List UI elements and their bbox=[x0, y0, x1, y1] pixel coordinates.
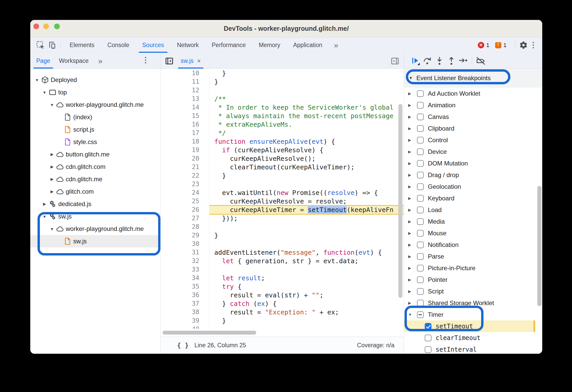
code-line-38[interactable]: 38 result = "Exception: " + ex; bbox=[160, 308, 404, 316]
checkbox-unchecked[interactable] bbox=[417, 230, 424, 237]
collapse-sidebar-icon[interactable] bbox=[164, 55, 175, 67]
chevron-right-icon[interactable]: ▶ bbox=[408, 196, 417, 201]
chevron-right-icon[interactable]: ▶ bbox=[408, 103, 417, 108]
chevron-right-icon[interactable]: ▶ bbox=[408, 243, 417, 247]
code-text[interactable]: } bbox=[214, 69, 404, 78]
code-text[interactable]: try { bbox=[214, 282, 404, 291]
breakpoint-category-shared-storage-worklet[interactable]: ▶Shared Storage Worklet bbox=[404, 297, 535, 309]
line-number[interactable]: 32 bbox=[160, 257, 199, 265]
chevron-down-icon[interactable]: ▼ bbox=[49, 103, 55, 107]
code-line-35[interactable]: 35 try { bbox=[160, 282, 404, 291]
code-text[interactable]: } bbox=[214, 316, 404, 325]
checkbox-unchecked[interactable] bbox=[417, 137, 424, 144]
code-text[interactable]: })); bbox=[214, 214, 404, 223]
code-text[interactable]: } bbox=[214, 231, 404, 240]
line-number[interactable]: 16 bbox=[160, 120, 199, 129]
line-number[interactable]: 23 bbox=[160, 180, 199, 189]
line-number[interactable]: 30 bbox=[160, 240, 199, 248]
checkbox-unchecked[interactable] bbox=[417, 114, 424, 120]
line-number[interactable]: 14 bbox=[160, 103, 199, 112]
code-line-30[interactable]: 30 bbox=[160, 240, 404, 248]
tree-item-dedicated-js[interactable]: ▶dedicated.js bbox=[30, 198, 160, 210]
code-text[interactable]: } catch (ex) { bbox=[214, 299, 404, 308]
tree-item-deployed[interactable]: ▼Deployed bbox=[30, 74, 160, 86]
code-line-34[interactable]: 34 let result; bbox=[160, 274, 404, 282]
chevron-right-icon[interactable]: ▶ bbox=[408, 173, 417, 177]
line-number[interactable]: 33 bbox=[160, 265, 199, 274]
line-number[interactable]: 34 bbox=[160, 274, 199, 282]
line-number[interactable]: 20 bbox=[160, 154, 199, 163]
checkbox-unchecked[interactable] bbox=[417, 242, 424, 248]
line-number[interactable]: 17 bbox=[160, 129, 199, 137]
step-out-icon[interactable] bbox=[445, 55, 457, 67]
breakpoint-event-settimeout[interactable]: setTimeout bbox=[404, 320, 535, 332]
chevron-down-icon[interactable]: ▼ bbox=[41, 90, 48, 95]
minimize-window-button[interactable] bbox=[43, 24, 49, 29]
line-number[interactable]: 26 bbox=[160, 206, 199, 214]
warning-badge[interactable]: ! 1 bbox=[495, 42, 507, 49]
chevron-right-icon[interactable]: ▶ bbox=[408, 184, 417, 189]
tree-item-cdn-glitch-com[interactable]: ▶cdn.glitch.com bbox=[30, 161, 160, 173]
checkbox-unchecked[interactable] bbox=[417, 300, 424, 306]
line-number[interactable]: 36 bbox=[160, 291, 199, 299]
line-number[interactable]: 29 bbox=[160, 231, 199, 240]
code-text[interactable]: curKeepAliveResolve = resolve; bbox=[214, 197, 404, 206]
breakpoint-category-script[interactable]: ▶Script bbox=[404, 285, 535, 297]
checkbox-unchecked[interactable] bbox=[425, 335, 431, 341]
code-line-24[interactable]: 24 evt.waitUntil(new Promise((resolve) =… bbox=[160, 189, 404, 197]
tree-item-worker-playground-glitch-me[interactable]: ▼worker-playground.glitch.me bbox=[30, 99, 160, 111]
error-badge[interactable]: ✕ 1 bbox=[478, 42, 489, 49]
tree-item-worker-playground-glitch-me[interactable]: ▼worker-playground.glitch.me bbox=[30, 223, 160, 235]
code-text[interactable]: * In order to keep the ServiceWorker's g… bbox=[214, 103, 404, 112]
chevron-right-icon[interactable]: ▶ bbox=[408, 289, 417, 294]
line-number[interactable]: 12 bbox=[160, 86, 199, 95]
line-number[interactable]: 35 bbox=[160, 282, 199, 291]
breakpoint-category-animation[interactable]: ▶Animation bbox=[404, 99, 535, 111]
code-line-14[interactable]: 14 * In order to keep the ServiceWorker'… bbox=[160, 103, 404, 112]
code-line-23[interactable]: 23 bbox=[160, 180, 404, 189]
code-text[interactable]: let result; bbox=[214, 274, 404, 282]
breakpoint-category-timer[interactable]: ▼Timer bbox=[404, 309, 535, 320]
line-number[interactable]: 39 bbox=[160, 316, 199, 325]
chevron-right-icon[interactable]: ▶ bbox=[408, 301, 417, 305]
step-icon[interactable] bbox=[457, 55, 469, 67]
code-line-28[interactable]: 28 bbox=[160, 223, 404, 231]
line-number[interactable]: 11 bbox=[160, 78, 199, 86]
tree-item-glitch-com[interactable]: ▶glitch.com bbox=[30, 185, 160, 198]
tab-sources[interactable]: Sources bbox=[136, 37, 170, 53]
breakpoint-category-picture-in-picture[interactable]: ▶Picture-in-Picture bbox=[404, 262, 535, 274]
editor-horizontal-scrollbar[interactable] bbox=[163, 331, 256, 335]
chevron-right-icon[interactable]: ▶ bbox=[408, 219, 417, 224]
chevron-right-icon[interactable]: ▶ bbox=[408, 149, 417, 154]
chevron-right-icon[interactable]: ▶ bbox=[408, 91, 417, 96]
code-line-12[interactable]: 12 bbox=[160, 86, 404, 95]
chevron-right-icon[interactable]: ▶ bbox=[408, 231, 417, 236]
line-number[interactable]: 21 bbox=[160, 163, 199, 171]
code-line-17[interactable]: 17 */ bbox=[160, 129, 404, 137]
code-line-11[interactable]: 11} bbox=[160, 78, 404, 86]
breakpoint-category-canvas[interactable]: ▶Canvas bbox=[404, 111, 535, 123]
chevron-right-icon[interactable]: ▶ bbox=[408, 161, 417, 166]
checkbox-unchecked[interactable] bbox=[417, 102, 424, 109]
line-number[interactable]: 37 bbox=[160, 299, 199, 308]
tree-item-sw-js[interactable]: ▼sw.js bbox=[30, 210, 160, 223]
checkbox-unchecked[interactable] bbox=[417, 276, 424, 283]
code-line-39[interactable]: 39 } bbox=[160, 316, 404, 325]
code-line-33[interactable]: 33 bbox=[160, 265, 404, 274]
breakpoint-category-dom-mutation[interactable]: ▶DOM Mutation bbox=[404, 157, 535, 169]
code-text[interactable]: clearTimeout(curKeepAliveTimer); bbox=[214, 163, 404, 171]
tab-console[interactable]: Console bbox=[101, 37, 136, 53]
chevron-right-icon[interactable]: ▶ bbox=[41, 202, 48, 206]
breakpoint-category-drag-drop[interactable]: ▶Drag / drop bbox=[404, 169, 535, 181]
tab-workspace[interactable]: Workspace bbox=[55, 53, 93, 69]
code-line-21[interactable]: 21 clearTimeout(curKeepAliveTimer); bbox=[160, 163, 404, 171]
navigator-kebab-menu-icon[interactable] bbox=[141, 57, 150, 63]
checkbox-unchecked[interactable] bbox=[425, 346, 431, 353]
code-text[interactable]: result = "Exception: " + ex; bbox=[214, 308, 404, 316]
line-number[interactable]: 24 bbox=[160, 189, 199, 197]
tab-network[interactable]: Network bbox=[171, 37, 205, 53]
code-line-19[interactable]: 19 if (curKeepAliveResolve) { bbox=[160, 146, 404, 154]
line-number[interactable]: 22 bbox=[160, 171, 199, 180]
checkbox-unchecked[interactable] bbox=[417, 172, 424, 178]
breakpoint-category-ad-auction-worklet[interactable]: ▶Ad Auction Worklet bbox=[404, 88, 535, 99]
